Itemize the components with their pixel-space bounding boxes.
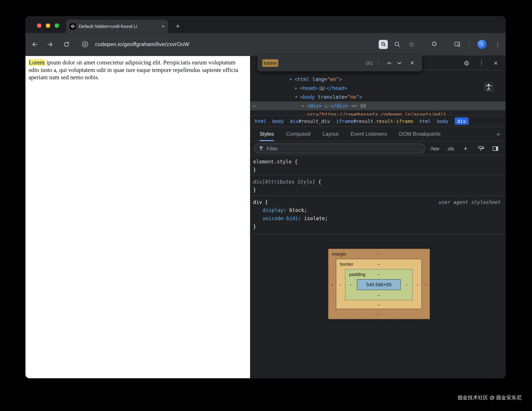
breadcrumb: html body div#result_div iframe#result.r… bbox=[250, 115, 506, 127]
profile-avatar[interactable]: ♪ bbox=[477, 40, 487, 49]
web-page: Lorem ipsum dolor sit amet consectetur a… bbox=[26, 56, 250, 378]
margin-bottom-value[interactable]: – bbox=[377, 312, 380, 317]
codepen-favicon-icon bbox=[70, 23, 76, 29]
desktop: Default hidden=until-found Li × + bbox=[0, 0, 532, 411]
tab-computed[interactable]: Computed bbox=[286, 127, 311, 141]
traffic-light-zoom[interactable] bbox=[55, 23, 59, 28]
tab-event-listeners[interactable]: Event Listeners bbox=[351, 127, 387, 141]
style-filter-input[interactable]: Filter bbox=[254, 143, 425, 153]
sidebar-panel-icon[interactable] bbox=[491, 144, 500, 153]
find-previous-chevron-icon[interactable] bbox=[384, 58, 394, 68]
devtools-settings-gear-icon[interactable]: ⚙ bbox=[462, 59, 471, 67]
browser-toolbar: codepen.io/geoffgraham/live/zxvrOoW ☆ bbox=[26, 33, 506, 56]
style-rule-attributes[interactable]: div[Attributes Style] { } bbox=[250, 175, 506, 196]
extensions-puzzle-icon[interactable] bbox=[430, 40, 438, 49]
find-query-input[interactable]: lorem bbox=[262, 59, 278, 67]
tab-styles[interactable]: Styles bbox=[260, 127, 274, 141]
accessibility-person-icon[interactable] bbox=[484, 82, 494, 92]
collapse-arrow-icon[interactable]: ▶ bbox=[302, 102, 304, 110]
tab-close-icon[interactable]: × bbox=[162, 23, 165, 29]
traffic-light-minimize[interactable] bbox=[46, 23, 50, 28]
devtools-find-bar: lorem 0/1 × bbox=[257, 55, 422, 72]
tree-row-html[interactable]: ▼ <html lang="en"> bbox=[250, 75, 506, 84]
filter-funnel-icon bbox=[258, 146, 264, 151]
rendering-brush-icon[interactable] bbox=[476, 144, 485, 153]
find-bar-divider bbox=[378, 58, 379, 67]
find-match-count: 0/1 bbox=[366, 60, 373, 66]
border-right-value[interactable]: – bbox=[416, 282, 418, 287]
inline-expand-icon[interactable]: … bbox=[319, 86, 325, 91]
border-bottom-value[interactable]: – bbox=[377, 302, 380, 307]
devtools-tabs: Styles Computed Layout Event Listeners D… bbox=[250, 127, 506, 141]
breadcrumb-html-inner[interactable]: html bbox=[419, 119, 431, 124]
expand-arrow-icon[interactable]: ▼ bbox=[290, 75, 292, 84]
search-icon[interactable] bbox=[393, 40, 402, 49]
side-search-icon[interactable] bbox=[453, 40, 462, 49]
collapse-arrow-icon[interactable]: ▶ bbox=[295, 84, 297, 93]
margin-right-value[interactable]: – bbox=[425, 282, 428, 287]
styles-toolbar: Filter :hov .cls + bbox=[250, 141, 506, 155]
border-left-value[interactable]: – bbox=[340, 282, 342, 287]
padding-top-value[interactable]: – bbox=[377, 271, 380, 277]
stylesheet-origin: user agent stylesheet bbox=[438, 198, 501, 206]
bookmark-star-icon[interactable]: ☆ bbox=[407, 40, 416, 49]
forward-icon[interactable] bbox=[46, 40, 55, 49]
padding-right-value[interactable]: – bbox=[406, 282, 408, 287]
paragraph-text: ipsum dolor sit amet consectetur adipisi… bbox=[28, 59, 238, 81]
tree-row-body[interactable]: ▼ <body translate="no"> bbox=[250, 93, 506, 102]
devtools-menu-kebab-icon[interactable]: ⋮ bbox=[477, 59, 486, 67]
find-highlight: Lorem bbox=[28, 59, 45, 66]
browser-menu-kebab-icon[interactable]: ⋮ bbox=[494, 40, 502, 49]
find-next-chevron-icon[interactable] bbox=[394, 58, 404, 68]
margin-left-value[interactable]: – bbox=[331, 282, 333, 287]
toggle-classes-button[interactable]: .cls bbox=[446, 144, 455, 153]
browser-tab[interactable]: Default hidden=until-found Li × bbox=[66, 20, 168, 33]
row-overflow-dots-icon: ⋯ bbox=[253, 102, 256, 110]
tab-title: Default hidden=until-found Li bbox=[79, 24, 159, 29]
find-close-icon[interactable]: × bbox=[407, 58, 417, 68]
breadcrumb-result-iframe[interactable]: iframe#result.result-iframe bbox=[336, 119, 413, 124]
avatar-note-icon: ♪ bbox=[481, 42, 483, 47]
browser-window: Default hidden=until-found Li × + bbox=[26, 16, 506, 378]
new-style-rule-plus-icon[interactable]: + bbox=[461, 144, 470, 153]
tab-strip: Default hidden=until-found Li × + bbox=[26, 16, 506, 33]
padding-left-value[interactable]: – bbox=[350, 282, 352, 287]
tree-row-clipped[interactable]: src="https://cpwebassets.codepen.io/asse… bbox=[250, 110, 506, 115]
site-info-icon[interactable] bbox=[80, 40, 89, 49]
box-model-diagram: margin border padding 549.566×55 – – – bbox=[328, 249, 430, 319]
tree-row-head[interactable]: ▶ <head>…</head> bbox=[250, 84, 506, 93]
toolbar-separator bbox=[469, 40, 470, 48]
back-icon[interactable] bbox=[30, 40, 39, 49]
devtools-close-icon[interactable]: × bbox=[491, 59, 500, 67]
breadcrumb-body-inner[interactable]: body bbox=[437, 119, 448, 124]
watermark-text: 掘金技术社区 @ 掘金安东尼 bbox=[457, 395, 522, 401]
box-model-content[interactable]: 549.566×55 bbox=[357, 279, 401, 290]
tree-row-div-selected[interactable]: ⋯ ▶ <div>…</div> == $0 bbox=[250, 102, 506, 110]
window-content: Lorem ipsum dolor sit amet consectetur a… bbox=[26, 56, 506, 378]
elements-tree: ▼ <html lang="en"> ▶ <head>…</head> ▼ <b… bbox=[250, 70, 506, 115]
tab-dom-breakpoints[interactable]: DOM Breakpoints bbox=[399, 127, 440, 141]
more-tabs-chevron-icon[interactable]: » bbox=[497, 127, 500, 141]
style-rule-user-agent[interactable]: user agent stylesheet div { display: blo… bbox=[250, 196, 506, 234]
new-tab-button[interactable]: + bbox=[173, 21, 183, 31]
border-top-value[interactable]: – bbox=[377, 261, 380, 266]
tab-layout[interactable]: Layout bbox=[323, 127, 338, 141]
breadcrumb-body[interactable]: body bbox=[272, 119, 284, 124]
padding-bottom-value[interactable]: – bbox=[377, 292, 380, 298]
expand-arrow-icon[interactable]: ▼ bbox=[295, 93, 297, 102]
find-in-page-icon[interactable] bbox=[379, 40, 388, 49]
breadcrumb-result-div[interactable]: div#result_div bbox=[290, 119, 330, 124]
breadcrumb-div-selected[interactable]: div bbox=[455, 117, 468, 125]
style-rule-element[interactable]: element.style { } bbox=[250, 155, 506, 175]
toggle-hover-state-button[interactable]: :hov bbox=[430, 144, 439, 153]
inline-expand-icon[interactable]: … bbox=[323, 104, 329, 108]
address-bar-url[interactable]: codepen.io/geoffgraham/live/zxvrOoW bbox=[95, 41, 189, 47]
devtools-panel: ⋮⋮ ⚙ ⋮ × lorem 0/1 × bbox=[250, 56, 506, 378]
margin-top-value[interactable]: – bbox=[377, 251, 380, 256]
traffic-light-close[interactable] bbox=[37, 23, 41, 28]
filter-placeholder: Filter bbox=[267, 146, 278, 151]
reload-icon[interactable] bbox=[62, 40, 71, 49]
content-dimensions: 549.566×55 bbox=[366, 282, 392, 288]
page-paragraph: Lorem ipsum dolor sit amet consectetur a… bbox=[26, 56, 245, 81]
breadcrumb-html[interactable]: html bbox=[255, 119, 266, 124]
